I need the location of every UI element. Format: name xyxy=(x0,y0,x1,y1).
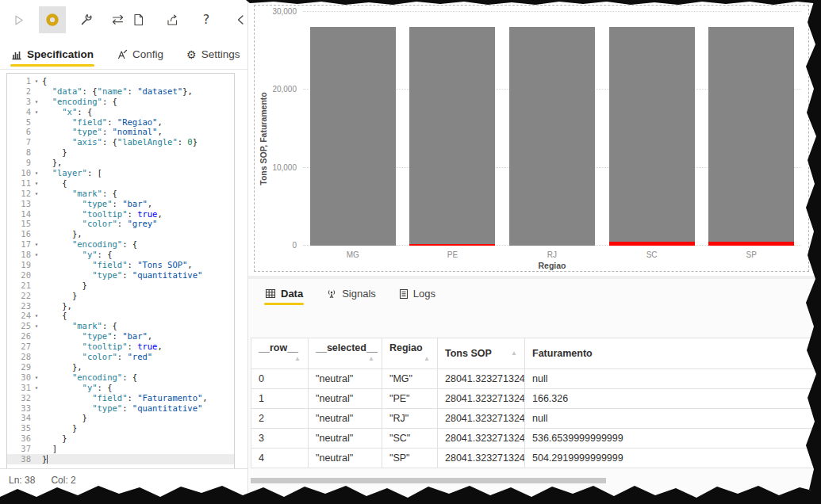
table-cell: 28041.323271324534 xyxy=(438,429,525,449)
fold-gutter xyxy=(31,403,42,414)
map-fields-button[interactable] xyxy=(107,10,128,30)
help-button[interactable]: ? xyxy=(196,10,217,30)
x-axis-title: Regiao xyxy=(303,261,801,270)
code-line[interactable]: 33 "type": "quantitative" xyxy=(7,403,234,414)
code-line[interactable]: 24▾ { xyxy=(7,311,234,321)
code-line[interactable]: 14 "tooltip": true, xyxy=(7,209,234,220)
format-json-button[interactable] xyxy=(76,10,97,30)
cursor-col-indicator: Col: 2 xyxy=(51,475,75,486)
fold-arrow-icon[interactable]: ▾ xyxy=(31,372,42,383)
tab-specification[interactable]: Specification xyxy=(10,40,94,69)
code-line[interactable]: 34 } xyxy=(7,413,234,423)
line-number: 38 xyxy=(7,454,31,464)
code-line[interactable]: 27 "tooltip": true, xyxy=(7,342,234,352)
tab-signals[interactable]: Signals xyxy=(325,279,377,308)
code-line[interactable]: 17▾ "encoding": { xyxy=(7,239,234,250)
bar-tons-sop[interactable] xyxy=(310,27,396,246)
code-line[interactable]: 38} xyxy=(7,454,234,464)
bar-tons-sop[interactable] xyxy=(409,27,495,246)
bar-faturamento[interactable] xyxy=(609,242,695,246)
column-header[interactable]: Tons SOP▲ xyxy=(438,338,525,369)
tab-settings[interactable]: ⚙ Settings xyxy=(186,40,240,69)
code-line[interactable]: 5 "field": "Regiao", xyxy=(7,117,234,128)
code-line[interactable]: 21 } xyxy=(7,281,234,291)
bar-faturamento[interactable] xyxy=(708,242,794,246)
fold-arrow-icon[interactable]: ▾ xyxy=(31,178,42,189)
bar-tons-sop[interactable] xyxy=(708,27,794,246)
code-line[interactable]: 20 "type": "quantitative" xyxy=(7,270,234,281)
signals-icon xyxy=(326,288,337,300)
code-line[interactable]: 8 } xyxy=(7,147,234,158)
fold-arrow-icon[interactable]: ▾ xyxy=(31,321,42,331)
x-tick-label: MG xyxy=(303,250,403,259)
code-line[interactable]: 18▾ "y": { xyxy=(7,250,234,260)
bar-tons-sop[interactable] xyxy=(509,27,595,246)
code-line[interactable]: 9 }, xyxy=(7,158,234,168)
fold-arrow-icon[interactable]: ▾ xyxy=(31,250,42,260)
tab-config[interactable]: Config xyxy=(116,40,164,69)
column-header[interactable]: Regiao▲ xyxy=(382,338,438,369)
fold-arrow-icon[interactable]: ▾ xyxy=(31,383,42,393)
code-line[interactable]: 30▾ "encoding": { xyxy=(7,372,234,383)
code-line[interactable]: 28 "color": "red" xyxy=(7,352,234,362)
code-line[interactable]: 22 } xyxy=(7,291,234,301)
code-line[interactable]: 1▾{ xyxy=(7,76,234,86)
column-header-label: __selected__ xyxy=(316,342,378,353)
code-line[interactable]: 35 } xyxy=(7,423,234,433)
export-spec-button[interactable] xyxy=(162,10,182,30)
code-line[interactable]: 37 ] xyxy=(7,444,234,454)
code-line[interactable]: 15 "color": "grey" xyxy=(7,219,234,229)
code-line[interactable]: 26 "type": "bar", xyxy=(7,331,234,342)
line-number: 32 xyxy=(7,393,31,403)
fold-arrow-icon[interactable]: ▾ xyxy=(31,168,42,178)
line-number: 12 xyxy=(7,189,31,199)
fold-arrow-icon[interactable]: ▾ xyxy=(31,189,42,199)
line-number: 8 xyxy=(7,147,31,158)
code-line[interactable]: 12▾ "mark": { xyxy=(7,189,234,199)
code-line[interactable]: 16 }, xyxy=(7,229,234,239)
code-line[interactable]: 32 "field": "Faturamento", xyxy=(7,393,234,403)
code-line[interactable]: 19 "field": "Tons SOP", xyxy=(7,260,234,270)
code-line[interactable]: 25▾ "mark": { xyxy=(7,321,234,331)
code-line[interactable]: 31▾ "y": { xyxy=(7,383,234,393)
code-line[interactable]: 23 }, xyxy=(7,301,234,311)
bar-tons-sop[interactable] xyxy=(609,27,695,246)
fold-arrow-icon[interactable]: ▾ xyxy=(31,97,42,107)
sort-arrow-icon[interactable]: ▲ xyxy=(424,353,430,365)
table-horizontal-scrollbar[interactable] xyxy=(251,478,815,483)
code-line[interactable]: 10▾ "layer": [ xyxy=(7,168,234,178)
tab-data[interactable]: Data xyxy=(264,279,304,308)
apply-button[interactable] xyxy=(8,10,29,30)
auto-apply-toggle[interactable] xyxy=(39,6,66,33)
sort-arrow-icon[interactable]: ▲ xyxy=(294,353,301,365)
code-line[interactable]: 3▾ "encoding": { xyxy=(7,97,234,107)
code-line[interactable]: 2 "data": {"name": "dataset"}, xyxy=(7,86,234,97)
new-spec-button[interactable] xyxy=(128,10,148,30)
fold-arrow-icon[interactable]: ▾ xyxy=(31,311,42,321)
bar-faturamento[interactable] xyxy=(409,244,495,246)
fold-gutter xyxy=(31,127,42,137)
column-header[interactable]: __row__▲ xyxy=(251,338,309,369)
code-text: "field": "Regiao", xyxy=(42,117,234,128)
scrollbar-thumb[interactable] xyxy=(251,478,606,483)
fold-gutter xyxy=(31,199,42,209)
code-line[interactable]: 4▾ "x": { xyxy=(7,107,234,117)
sort-arrow-icon[interactable]: ▲ xyxy=(368,353,374,365)
code-lines: 1▾{2 "data": {"name": "dataset"},3▾ "enc… xyxy=(7,76,234,464)
fold-arrow-icon[interactable]: ▾ xyxy=(31,76,42,86)
code-line[interactable]: 13 "type": "bar", xyxy=(7,199,234,209)
code-line[interactable]: 36 } xyxy=(7,433,234,444)
column-header[interactable]: Faturamento xyxy=(525,338,821,369)
column-header[interactable]: __selected__▲ xyxy=(309,338,382,369)
code-line[interactable]: 7 "axis": {"labelAngle": 0} xyxy=(7,137,234,147)
tab-logs[interactable]: Logs xyxy=(398,279,436,308)
code-line[interactable]: 11▾ { xyxy=(7,178,234,189)
fold-arrow-icon[interactable]: ▾ xyxy=(31,107,42,117)
fold-arrow-icon[interactable]: ▾ xyxy=(31,239,42,250)
code-line[interactable]: 6 "type": "nominal", xyxy=(7,127,234,137)
code-text: } xyxy=(42,423,234,433)
sort-arrow-icon[interactable]: ▲ xyxy=(511,348,517,359)
code-line[interactable]: 29 }, xyxy=(7,362,234,372)
line-number: 7 xyxy=(7,137,31,147)
json-spec-editor[interactable]: 1▾{2 "data": {"name": "dataset"},3▾ "enc… xyxy=(6,73,235,468)
